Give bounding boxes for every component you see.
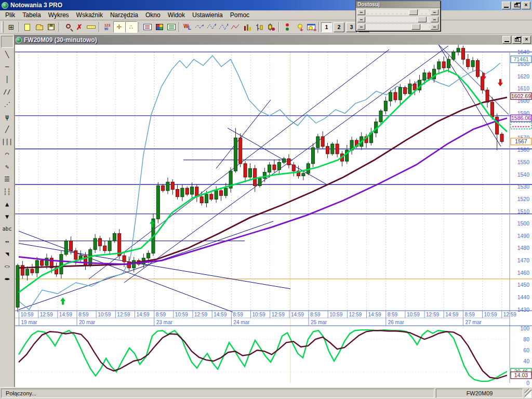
slider-left-button[interactable]	[357, 24, 365, 30]
dostosuj-slider-1	[357, 9, 438, 15]
slider-right-button[interactable]	[431, 24, 438, 30]
close-button[interactable]: ×	[522, 2, 530, 9]
candle-chart-button[interactable]	[265, 21, 277, 33]
dostosuj-slider-2	[357, 16, 438, 22]
slider-thumb[interactable]	[418, 17, 427, 22]
slider-right-button[interactable]	[431, 17, 438, 22]
maroon-ma-layer	[19, 97, 507, 268]
digits-icon: 123 90	[104, 23, 111, 31]
time-axis-layer: 10:5912:5914:598:5910:5912:5914:598:5910…	[15, 311, 532, 326]
fan-lines-tool[interactable]: ⋰	[1, 98, 14, 110]
solid-eraser-tool[interactable]: ●	[1, 273, 14, 285]
quotes-digits-button[interactable]: 123 90	[101, 21, 113, 33]
svg-text:10:59: 10:59	[175, 312, 188, 317]
pointer-tool[interactable]: ◥	[1, 248, 14, 260]
workspace: ╲─│∕∕⋰ψ╱|||◠✎☰┆┆▲▼abc↔◥○● FW20M09 (30-mi…	[0, 34, 532, 387]
svg-text:1610: 1610	[517, 85, 530, 91]
pitchfork-tool[interactable]: ψ	[1, 111, 14, 123]
gann-fan-tool[interactable]: ✎	[1, 161, 14, 172]
fibonacci-arcs-tool[interactable]: ◠	[1, 148, 14, 160]
slider-track[interactable]	[366, 24, 430, 30]
slider-left-button[interactable]	[357, 17, 365, 22]
horizontal-expand-tool[interactable]: ↔	[1, 235, 14, 247]
svg-text:1470: 1470	[517, 257, 530, 263]
menu-item-pomoc[interactable]: Pomoc	[227, 11, 253, 20]
trend-line-tool[interactable]: ╲	[1, 48, 14, 60]
slider-thumb[interactable]	[411, 24, 420, 30]
eraser-tool[interactable]: ○	[1, 260, 14, 272]
diagonal-line-tool[interactable]: ╱	[1, 123, 14, 135]
ruler-button[interactable]	[85, 21, 97, 33]
view-button-2[interactable]: 2	[334, 22, 344, 32]
up-arrow-tool[interactable]: ▲	[1, 198, 14, 210]
color-table-button[interactable]	[153, 21, 165, 33]
open-button[interactable]	[33, 21, 45, 33]
svg-text:1500: 1500	[517, 220, 530, 227]
slider-track[interactable]	[366, 9, 430, 15]
chart-title-bar[interactable]: FW20M09 (30-minutowo) ×	[15, 34, 532, 45]
vertical-line-tool[interactable]: │	[1, 73, 14, 85]
slider-left-button[interactable]	[357, 9, 365, 15]
chart-restore-button[interactable]	[512, 36, 521, 44]
text-tool[interactable]: abc	[1, 223, 14, 235]
line-chart-button[interactable]	[229, 21, 241, 33]
resize-grip[interactable]	[525, 389, 531, 398]
horizontal-line-tool[interactable]: ─	[1, 61, 14, 73]
slider-thumb[interactable]	[409, 9, 418, 15]
minimize-button[interactable]	[502, 2, 511, 9]
list-table-button[interactable]	[165, 21, 177, 33]
select-tool[interactable]	[1, 36, 14, 48]
svg-text:1440: 1440	[517, 294, 530, 300]
svg-text:1540: 1540	[517, 171, 530, 178]
window-layout-button[interactable]: ⊞	[5, 21, 17, 33]
chart-minimize-button[interactable]	[502, 36, 511, 44]
menu-item-widok[interactable]: Widok	[164, 11, 189, 20]
menu-item-ustawienia[interactable]: Ustawienia	[189, 11, 227, 20]
restore-button[interactable]	[512, 2, 521, 9]
menu-bar: PlikTabelaWykresWskaźnikNarzędziaOknoWid…	[0, 10, 532, 20]
delete-button[interactable]: ✗	[73, 21, 85, 33]
new-button[interactable]	[21, 21, 33, 33]
menu-item-tabela[interactable]: Tabela	[19, 11, 44, 20]
up-arrow-tool-icon: ▲	[5, 201, 9, 208]
add-point-button[interactable]	[293, 21, 305, 33]
title-bar[interactable]: Notowania 3 PRO ×	[0, 0, 532, 10]
zigzag-small-button[interactable]	[193, 21, 205, 33]
toolbar-grip[interactable]	[1, 21, 4, 33]
purple-ma-layer	[19, 118, 507, 264]
svg-text:80: 80	[523, 336, 529, 342]
svg-text:1620: 1620	[517, 73, 530, 79]
menu-item-wskanik[interactable]: Wskaźnik	[73, 11, 107, 20]
menu-item-okno[interactable]: Okno	[142, 11, 164, 20]
down-arrow-tool[interactable]: ▼	[1, 210, 14, 222]
add-window-button[interactable]	[305, 21, 317, 33]
pattern-button[interactable]: ∴	[125, 21, 137, 33]
slider-right-button[interactable]	[431, 9, 438, 15]
dostosuj-title[interactable]: Dostosuj	[356, 1, 440, 8]
chart-canvas[interactable]: 1640163016201610160015901580157015601550…	[15, 45, 532, 387]
zoom-button[interactable]	[61, 21, 73, 33]
crosshair-button[interactable]: ✛	[113, 21, 125, 33]
eraser-tool-icon: ○	[5, 264, 9, 269]
zigzag-large-button[interactable]	[217, 21, 229, 33]
wl-indicator-button[interactable]: WL	[181, 21, 193, 33]
save-button[interactable]	[45, 21, 57, 33]
vertical-grid-tool[interactable]: ┆┆	[1, 185, 14, 197]
parallel-lines-tool[interactable]: ∕∕	[1, 86, 14, 98]
menu-item-narzdzia[interactable]: Narzędzia	[107, 11, 142, 20]
zigzag-medium-button[interactable]	[205, 21, 217, 33]
chart-close-button[interactable]: ×	[522, 36, 531, 44]
view-button-1[interactable]: 1	[321, 22, 332, 32]
color-table-icon	[156, 24, 163, 30]
menu-item-wykres[interactable]: Wykres	[45, 11, 73, 20]
dostosuj-panel[interactable]: Dostosuj	[355, 1, 441, 31]
svg-text:100: 100	[520, 325, 529, 331]
quote-board-button[interactable]	[141, 21, 153, 33]
menu-item-plik[interactable]: Plik	[2, 11, 19, 20]
hilo-chart-button[interactable]	[253, 21, 265, 33]
slider-track[interactable]	[366, 17, 430, 22]
bar-chart-button[interactable]	[241, 21, 253, 33]
updown-dots-button[interactable]	[281, 21, 293, 33]
vertical-lines-tool[interactable]: |||	[1, 136, 14, 148]
fibonacci-retracement-tool[interactable]: ☰	[1, 173, 14, 185]
